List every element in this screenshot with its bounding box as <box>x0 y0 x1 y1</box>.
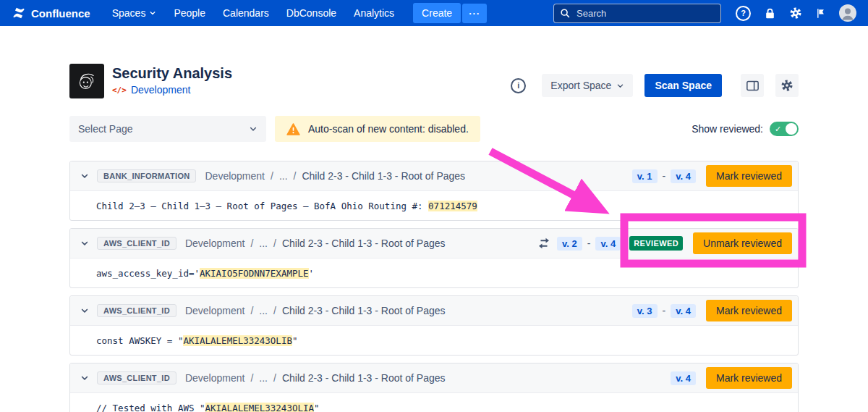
breadcrumb-space-link[interactable]: Development <box>185 305 245 316</box>
breadcrumb-separator: / <box>273 305 276 316</box>
create-more-button[interactable]: ··· <box>462 4 487 23</box>
info-glyph: i <box>517 81 519 90</box>
code-secret: 071214579 <box>428 201 477 211</box>
version-from-chip[interactable]: v. 1 <box>632 169 658 183</box>
version-to-chip[interactable]: v. 4 <box>671 304 696 318</box>
finding-type-badge: BANK_INFORMATION <box>97 169 196 182</box>
mark-reviewed-button[interactable]: Mark reviewed <box>706 367 792 389</box>
breadcrumb-ellipsis[interactable]: ... <box>279 170 288 182</box>
collapse-chevron-icon[interactable] <box>80 306 89 315</box>
navbar-icon-group: ? <box>736 4 856 22</box>
check-icon: ✓ <box>775 125 781 133</box>
mark-reviewed-button[interactable]: Mark reviewed <box>706 300 792 321</box>
breadcrumb-page-link[interactable]: Child 2-3 - Child 1-3 - Root of Pages <box>282 237 446 249</box>
toggle-knob <box>786 123 797 135</box>
code-suffix: " <box>292 335 298 346</box>
breadcrumb-separator: / <box>273 237 276 249</box>
lock-icon[interactable] <box>764 7 776 20</box>
code-secret: AKIALALEMEL33243OLIA <box>205 403 315 412</box>
finding-card: AWS_CLIENT_ID Development / ... / Child … <box>69 228 799 288</box>
code-secret: AKIAIO5FODNN7EXAMPLE <box>200 268 309 279</box>
breadcrumb-ellipsis[interactable]: ... <box>259 372 268 384</box>
search-input[interactable] <box>575 7 715 20</box>
autoscan-warning-banner: Auto-scan of new content: disabled. <box>275 116 480 142</box>
breadcrumb-space-link[interactable]: Development <box>185 237 245 249</box>
nav-item-calendars[interactable]: Calendars <box>214 0 278 26</box>
breadcrumb-ellipsis[interactable]: ... <box>259 305 268 316</box>
nav-item-dbconsole[interactable]: DbConsole <box>278 0 345 26</box>
breadcrumb-page-link[interactable]: Child 2-3 - Child 1-3 - Root of Pages <box>282 305 446 316</box>
version-dash: - <box>663 305 666 316</box>
finding-header: BANK_INFORMATION Development / ... / Chi… <box>70 161 798 191</box>
select-page-label: Select Page <box>78 123 133 135</box>
finding-actions: v. 3 - v. 4 Mark reviewed <box>632 300 792 321</box>
breadcrumb-separator: / <box>273 372 276 384</box>
breadcrumb-page-link[interactable]: Child 2-3 - Child 1-3 - Root of Pages <box>302 170 465 182</box>
breadcrumb: Development / ... / Child 2-3 - Child 1-… <box>185 305 446 316</box>
space-logo[interactable] <box>69 64 104 98</box>
flag-icon[interactable] <box>815 7 826 20</box>
gear-icon <box>780 79 793 92</box>
search-box[interactable] <box>553 4 721 23</box>
compare-versions-icon[interactable] <box>538 237 550 249</box>
finding-actions: v. 2 - v. 4 REVIEWED Unmark reviewed <box>538 232 792 254</box>
show-reviewed-label: Show reviewed: <box>692 123 763 135</box>
create-button[interactable]: Create <box>413 3 461 23</box>
finding-card: AWS_CLIENT_ID Development / ... / Child … <box>69 295 799 356</box>
dev-space-icon: </> <box>112 85 127 95</box>
collapse-chevron-icon[interactable] <box>80 239 89 248</box>
nav-item-label: Spaces <box>112 7 146 19</box>
finding-header: AWS_CLIENT_ID Development / ... / Child … <box>70 363 798 393</box>
version-to-chip[interactable]: v. 4 <box>671 169 696 183</box>
space-link[interactable]: Development <box>131 84 191 96</box>
export-space-button[interactable]: Export Space <box>542 74 633 97</box>
mark-reviewed-button[interactable]: Unmark reviewed <box>693 232 792 254</box>
finding-code: Child 2–3 – Child 1–3 – Root of Pages – … <box>70 191 798 220</box>
toolbar-row: Select Page Auto-scan of new content: di… <box>69 116 799 142</box>
confluence-brand[interactable]: Confluence <box>12 6 90 20</box>
scan-space-button[interactable]: Scan Space <box>644 74 722 97</box>
nav-item-spaces[interactable]: Spaces <box>103 0 166 26</box>
collapse-chevron-icon[interactable] <box>80 374 89 382</box>
export-space-label: Export Space <box>550 80 611 91</box>
breadcrumb-separator: / <box>250 305 253 316</box>
nav-item-people[interactable]: People <box>165 0 214 26</box>
code-secret: AKIALALEMEL33243OLIB <box>183 335 292 346</box>
help-icon[interactable]: ? <box>736 6 751 21</box>
version-from-chip[interactable]: v. 3 <box>632 304 658 318</box>
breadcrumb-page-link[interactable]: Child 2-3 - Child 1-3 - Root of Pages <box>282 372 446 384</box>
collapse-chevron-icon[interactable] <box>80 172 89 180</box>
breadcrumb-separator: / <box>250 372 253 384</box>
code-prefix: Child 2–3 – Child 1–3 – Root of Pages – … <box>96 201 428 211</box>
code-prefix: aws_access_key_id=' <box>96 268 200 279</box>
finding-header: AWS_CLIENT_ID Development / ... / Child … <box>70 229 798 258</box>
version-from-chip[interactable]: v. 2 <box>557 237 582 251</box>
finding-actions: v. 4 Mark reviewed <box>671 367 792 389</box>
version-to-chip[interactable]: v. 4 <box>595 237 621 251</box>
finding-type-badge: AWS_CLIENT_ID <box>97 371 176 384</box>
mark-reviewed-button[interactable]: Mark reviewed <box>706 165 792 187</box>
select-page-dropdown[interactable]: Select Page <box>69 116 266 142</box>
version-to-chip[interactable]: v. 4 <box>671 371 696 385</box>
breadcrumb-space-link[interactable]: Development <box>205 170 265 182</box>
version-dash: - <box>587 237 591 249</box>
panel-layout-icon <box>746 80 759 91</box>
breadcrumb-separator: / <box>271 170 273 182</box>
finding-card: BANK_INFORMATION Development / ... / Chi… <box>69 161 799 221</box>
breadcrumb-space-link[interactable]: Development <box>185 372 245 384</box>
sidebar-panel-button[interactable] <box>741 74 764 97</box>
info-icon[interactable]: i <box>511 78 526 93</box>
finding-type-badge: AWS_CLIENT_ID <box>97 237 176 250</box>
avatar[interactable] <box>839 4 856 22</box>
page-title: Security Analysis <box>112 64 232 82</box>
gear-icon[interactable] <box>789 7 802 20</box>
search-icon <box>560 8 570 18</box>
finding-code: // Tested with AWS "AKIALALEMEL33243OLIA… <box>70 393 798 412</box>
show-reviewed-toggle[interactable]: ✓ <box>770 122 799 136</box>
space-link-row: </> Development <box>112 84 232 96</box>
space-settings-button[interactable] <box>775 74 799 97</box>
breadcrumb: Development / ... / Child 2-3 - Child 1-… <box>205 170 465 182</box>
nav-item-analytics[interactable]: Analytics <box>345 0 403 26</box>
breadcrumb-separator: / <box>294 170 297 182</box>
breadcrumb-ellipsis[interactable]: ... <box>259 237 268 249</box>
